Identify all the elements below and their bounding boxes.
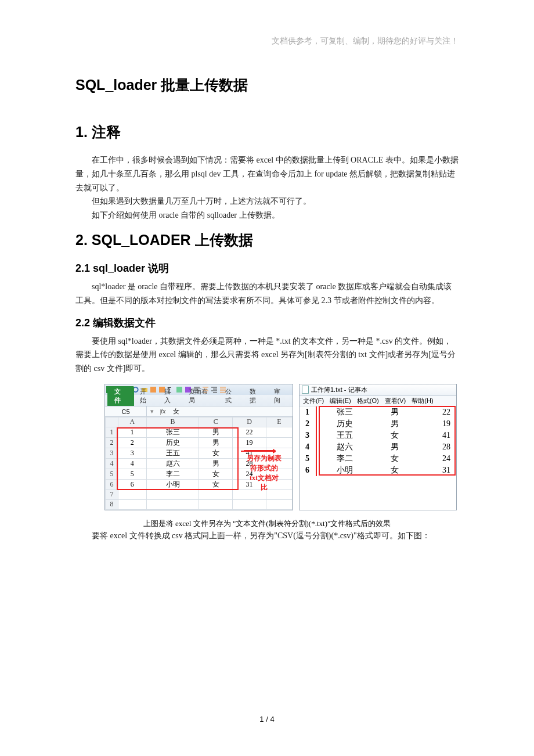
section-2-1-title: 2.1 sql_loader 说明: [75, 261, 459, 275]
cell[interactable]: [266, 437, 293, 448]
svg-marker-9: [273, 449, 276, 453]
document-title: SQL_loader 批量上传数据: [75, 75, 459, 95]
s1-para-2: 但如果遇到大数据量几万至几十万时，上述方法就不可行了。: [75, 195, 459, 208]
cell[interactable]: [266, 499, 293, 509]
cell[interactable]: [146, 499, 199, 509]
select-all-corner[interactable]: [106, 417, 118, 427]
notepad-menu: 文件(F) 编辑(E) 格式(O) 查看(V) 帮助(H): [300, 396, 456, 406]
np-col-n: 1: [300, 406, 316, 418]
np-col-n: 4: [300, 441, 316, 453]
np-menu-file[interactable]: 文件(F): [303, 397, 324, 405]
np-menu-help[interactable]: 帮助(H): [412, 397, 433, 405]
tab-insert[interactable]: 插入: [158, 386, 183, 406]
s21-para: sql*loader 是 oracle 自带程序。需要上传数据的本机只要安装了 …: [75, 280, 459, 308]
s1-para-1: 在工作中，很多时候会遇到如下情况：需要将 excel 中的数据批量上传到 ORA…: [75, 153, 459, 195]
note-line-4: 比: [247, 483, 282, 492]
figure-caption: 上图是将 excel 文件另存为 "文本文件(制表符分割)(*.txt)"文件格…: [75, 519, 459, 529]
np-menu-format[interactable]: 格式(O): [357, 397, 379, 405]
cell[interactable]: [233, 499, 266, 509]
formula-bar: C5 ▾ fx 女: [105, 406, 293, 417]
note-line-3: txt文档对: [247, 473, 282, 483]
notepad-icon: [302, 386, 309, 394]
header-note: 文档供参考，可复制、编制，期待您的好评与关注！: [272, 36, 459, 46]
tab-home[interactable]: 开始: [134, 386, 158, 406]
notepad-title-text: 工作簿1.txt - 记事本: [311, 386, 367, 394]
name-box[interactable]: C5: [105, 406, 147, 416]
cell[interactable]: [146, 489, 199, 499]
col-header-a[interactable]: A: [118, 417, 147, 427]
notepad-title-bar: 工作簿1.txt - 记事本: [300, 384, 456, 396]
post-caption-para: 要将 excel 文件转换成 csv 格式同上面一样，另存为"CSV(逗号分割)…: [75, 529, 459, 543]
formula-value[interactable]: 女: [169, 407, 183, 416]
col-header-e[interactable]: E: [266, 417, 293, 427]
np-col-n: 5: [300, 453, 316, 465]
cell[interactable]: [266, 427, 293, 437]
red-separator-1: [316, 406, 317, 476]
tab-review[interactable]: 审阅: [268, 386, 293, 406]
np-col-n: 2: [300, 418, 316, 430]
ribbon-tabs: 文件 开始 插入 页面布局 公式 数据 审阅: [105, 395, 293, 406]
cell[interactable]: [118, 489, 147, 499]
cell[interactable]: [199, 499, 233, 509]
section-1-title: 1. 注释: [75, 123, 459, 142]
section-2-title: 2. SQL_LOADER 上传数据: [75, 231, 459, 250]
col-header-c[interactable]: C: [199, 417, 233, 427]
np-col-n: 6: [300, 465, 316, 476]
np-menu-view[interactable]: 查看(V): [385, 397, 406, 405]
red-box-notepad: [319, 406, 456, 476]
row-header[interactable]: 7: [106, 489, 118, 499]
col-header-d[interactable]: D: [233, 417, 266, 427]
np-col-n: 3: [300, 430, 316, 441]
tab-layout[interactable]: 页面布局: [183, 386, 220, 406]
note-line-2: 符形式的: [247, 463, 282, 473]
page-number: 1 / 4: [0, 715, 534, 723]
s1-para-3: 如下介绍如何使用 oracle 自带的 sqlloader 上传数据。: [75, 208, 459, 222]
s22-para: 要使用 sql*loader，其数据文件必须是两种，一种是 *.txt 的文本文…: [75, 334, 459, 376]
file-tab[interactable]: 文件: [107, 386, 134, 406]
cell[interactable]: [118, 499, 147, 509]
note-line-1: 另存为制表: [247, 453, 282, 463]
red-arrow: [244, 450, 273, 451]
section-2-2-title: 2.2 编辑数据文件: [75, 316, 459, 330]
sheet-row[interactable]: 8: [106, 499, 293, 509]
tab-data[interactable]: 数据: [244, 386, 268, 406]
save-as-note: 另存为制表 符形式的 txt文档对 比: [247, 453, 282, 492]
np-menu-edit[interactable]: 编辑(E): [330, 397, 351, 405]
red-box-excel: [117, 427, 239, 490]
col-header-b[interactable]: B: [146, 417, 199, 427]
row-header[interactable]: 8: [106, 499, 118, 509]
tab-formula[interactable]: 公式: [219, 386, 244, 406]
cell[interactable]: [199, 489, 233, 499]
